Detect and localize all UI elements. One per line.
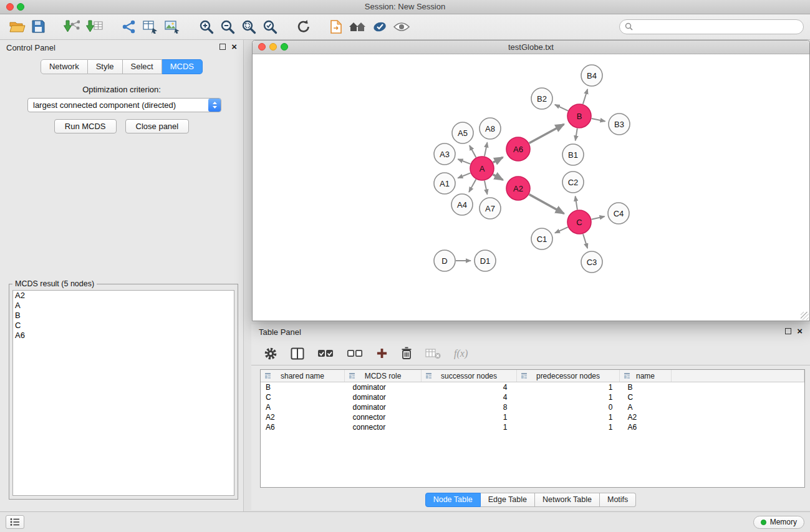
network-window-titlebar[interactable]: testGlobe.txt bbox=[253, 41, 809, 54]
graph-node-A3[interactable]: A3 bbox=[434, 143, 455, 165]
unselect-all-button[interactable] bbox=[347, 349, 363, 359]
close-panel-button[interactable]: Close panel bbox=[125, 119, 190, 133]
tab-network[interactable]: Network bbox=[41, 59, 88, 74]
close-panel-icon[interactable]: × bbox=[231, 44, 237, 50]
zoom-selected-button[interactable] bbox=[259, 17, 281, 36]
graph-edge-B-B4[interactable] bbox=[583, 89, 587, 104]
graph-edge-B-B2[interactable] bbox=[555, 105, 568, 111]
zoom-in-button[interactable] bbox=[196, 17, 217, 36]
show-column-button[interactable] bbox=[291, 347, 304, 360]
status-list-button[interactable] bbox=[6, 515, 24, 529]
import-network-button[interactable] bbox=[60, 18, 83, 35]
graph-edge-A-A5[interactable] bbox=[470, 145, 476, 157]
result-list-item[interactable]: B bbox=[13, 311, 234, 321]
table-settings-button[interactable] bbox=[264, 347, 277, 360]
export-image-button[interactable] bbox=[162, 18, 183, 36]
zoom-out-button[interactable] bbox=[217, 17, 238, 36]
graph-edge-A-A1[interactable] bbox=[458, 173, 470, 178]
import-table-button[interactable] bbox=[83, 18, 106, 35]
column-header-MCDS-role[interactable]: MCDS role bbox=[345, 370, 422, 382]
table-row[interactable]: Adominator80A bbox=[261, 402, 804, 412]
delete-table-button[interactable] bbox=[425, 348, 441, 359]
column-header-shared-name[interactable]: shared name bbox=[261, 370, 345, 382]
table-row[interactable]: A6connector11A6 bbox=[261, 422, 804, 432]
graph-node-D[interactable]: D bbox=[434, 250, 455, 271]
graph-node-A4[interactable]: A4 bbox=[451, 194, 473, 215]
refresh-view-button[interactable] bbox=[293, 17, 314, 36]
table-row[interactable]: Bdominator41B bbox=[261, 382, 804, 393]
graph-edge-C-C4[interactable] bbox=[592, 216, 605, 220]
memory-button[interactable]: Memory bbox=[753, 516, 804, 529]
table-tab-motifs[interactable]: Motifs bbox=[600, 493, 636, 507]
table-row[interactable]: A2connector11A2 bbox=[261, 412, 804, 422]
result-list-item[interactable]: A bbox=[13, 301, 234, 311]
graph-edge-A2-C[interactable] bbox=[529, 195, 564, 214]
result-list-item[interactable]: A2 bbox=[13, 291, 234, 301]
unchecked-boxes-icon bbox=[347, 349, 363, 359]
graph-node-B3[interactable]: B3 bbox=[609, 114, 630, 135]
open-document-button[interactable] bbox=[327, 18, 345, 36]
graph-node-A2[interactable]: A2 bbox=[506, 177, 530, 200]
graph-node-A6[interactable]: A6 bbox=[506, 137, 530, 161]
tab-style[interactable]: Style bbox=[88, 59, 123, 74]
table-row[interactable]: Cdominator41C bbox=[261, 392, 804, 402]
graph-edge-A-A2[interactable] bbox=[493, 175, 503, 180]
table-tab-edge-table[interactable]: Edge Table bbox=[481, 493, 535, 507]
resize-handle[interactable] bbox=[801, 312, 809, 320]
table-tab-node-table[interactable]: Node Table bbox=[425, 493, 481, 507]
graph-node-C4[interactable]: C4 bbox=[608, 203, 629, 224]
export-table-button[interactable] bbox=[140, 18, 162, 36]
add-column-button[interactable] bbox=[376, 347, 388, 359]
delete-column-button[interactable] bbox=[401, 347, 412, 360]
tab-select[interactable]: Select bbox=[123, 59, 162, 74]
graph-node-B[interactable]: B bbox=[567, 104, 591, 128]
graph-edge-A-A4[interactable] bbox=[469, 180, 476, 192]
graph-node-B2[interactable]: B2 bbox=[531, 88, 552, 109]
graph-edge-C-C2[interactable] bbox=[576, 196, 577, 210]
column-header-name[interactable]: name bbox=[620, 370, 672, 382]
float-table-panel-icon[interactable] bbox=[785, 328, 791, 334]
result-list-item[interactable]: A6 bbox=[13, 331, 234, 341]
graph-node-A5[interactable]: A5 bbox=[452, 122, 473, 143]
graph-node-B1[interactable]: B1 bbox=[562, 144, 584, 165]
table-tab-network-table[interactable]: Network Table bbox=[535, 493, 600, 507]
graph-node-A1[interactable]: A1 bbox=[434, 173, 455, 194]
run-mcds-button[interactable]: Run MCDS bbox=[54, 119, 117, 133]
graph-edge-C-C3[interactable] bbox=[583, 234, 587, 248]
graph-node-C[interactable]: C bbox=[567, 210, 591, 234]
column-header-predecessor-nodes[interactable]: predecessor nodes bbox=[517, 370, 620, 382]
network-manager-button[interactable] bbox=[118, 18, 140, 36]
graph-node-B4[interactable]: B4 bbox=[581, 65, 602, 86]
graph-node-A8[interactable]: A8 bbox=[480, 118, 501, 139]
graph-edge-A-A3[interactable] bbox=[458, 159, 470, 164]
zoom-fit-button[interactable] bbox=[238, 17, 259, 36]
graph-node-C2[interactable]: C2 bbox=[562, 172, 584, 193]
graph-edge-A-A8[interactable] bbox=[485, 143, 487, 157]
graph-node-C1[interactable]: C1 bbox=[531, 228, 552, 249]
search-input[interactable] bbox=[636, 21, 798, 32]
graph-edge-B-B3[interactable] bbox=[592, 118, 605, 121]
graph-node-A7[interactable]: A7 bbox=[480, 198, 501, 219]
apply-layout-button[interactable] bbox=[369, 18, 390, 36]
graph-edge-B-B1[interactable] bbox=[576, 128, 577, 141]
open-session-button[interactable] bbox=[6, 19, 29, 35]
close-table-panel-icon[interactable]: × bbox=[797, 328, 803, 334]
graph-edge-A-A6[interactable] bbox=[493, 157, 503, 162]
save-session-button[interactable] bbox=[29, 18, 48, 35]
function-builder-button[interactable]: f(x) bbox=[454, 348, 468, 359]
network-canvas[interactable]: B4B2BB3A8A5A6A3B1AC2A1A2A4A7C4CC1C3DD1 bbox=[253, 54, 809, 321]
column-header-successor-nodes[interactable]: successor nodes bbox=[422, 370, 517, 382]
select-all-button[interactable] bbox=[317, 349, 334, 359]
graph-edge-A-A7[interactable] bbox=[485, 181, 487, 195]
result-list-item[interactable]: C bbox=[13, 321, 234, 331]
show-hide-button[interactable] bbox=[390, 19, 413, 34]
graph-node-C3[interactable]: C3 bbox=[581, 251, 602, 273]
tab-mcds[interactable]: MCDS bbox=[162, 59, 203, 74]
graph-node-A[interactable]: A bbox=[470, 157, 494, 180]
graph-edge-A6-B[interactable] bbox=[529, 124, 564, 143]
float-panel-icon[interactable] bbox=[219, 44, 226, 50]
graph-edge-C-C1[interactable] bbox=[555, 227, 568, 233]
optimization-criterion-dropdown[interactable]: largest connected component (directed) bbox=[27, 98, 221, 112]
graph-node-D1[interactable]: D1 bbox=[475, 250, 496, 271]
first-neighbors-button[interactable] bbox=[345, 19, 369, 35]
